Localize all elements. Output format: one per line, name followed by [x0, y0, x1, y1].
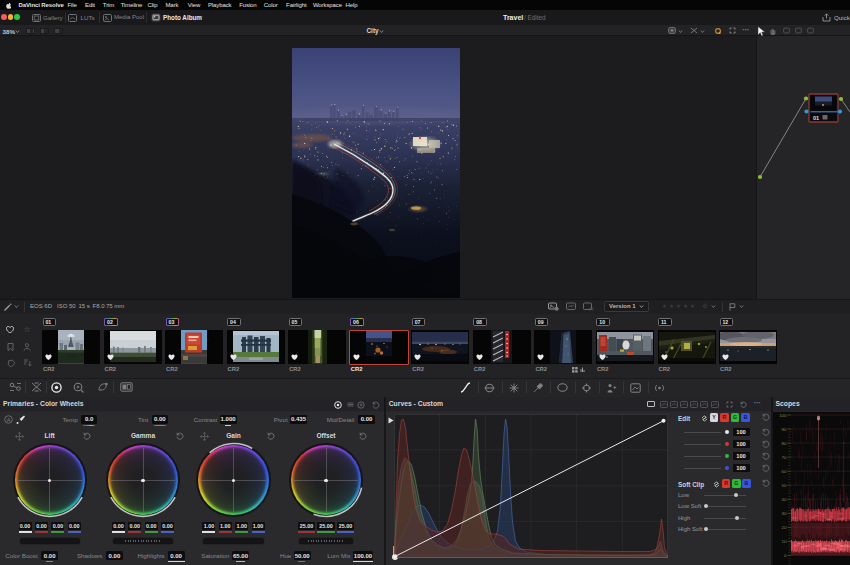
- svg-text:30: 30: [781, 510, 786, 515]
- svg-text:10: 10: [781, 539, 786, 544]
- svg-text:50: 50: [781, 482, 786, 487]
- svg-text:A: A: [6, 417, 10, 423]
- svg-text:60: 60: [781, 468, 786, 473]
- svg-text:80: 80: [781, 440, 786, 445]
- svg-text:100: 100: [779, 412, 787, 417]
- svg-text:0: 0: [784, 553, 787, 558]
- svg-text:01: 01: [813, 115, 819, 121]
- svg-text:70: 70: [781, 454, 786, 459]
- svg-text:20: 20: [781, 524, 786, 529]
- svg-text:40: 40: [781, 496, 786, 501]
- svg-text:90: 90: [781, 426, 786, 431]
